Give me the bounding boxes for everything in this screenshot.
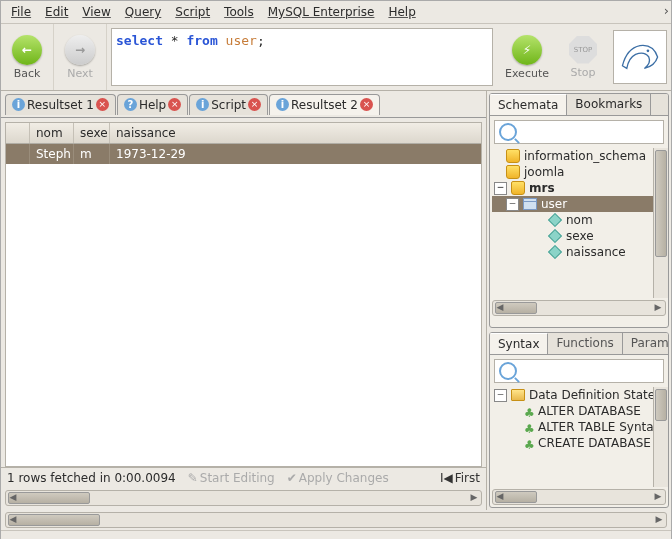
info-icon: i (12, 98, 25, 111)
back-button[interactable]: ← Back (1, 24, 54, 90)
back-arrow-icon: ← (12, 35, 42, 65)
tree-alter-table[interactable]: ♣ALTER TABLE Syntax (492, 419, 666, 435)
menu-file[interactable]: File (11, 5, 31, 19)
first-button[interactable]: I◀ First (440, 471, 480, 485)
horizontal-scrollbar[interactable]: ◀▶ (492, 489, 666, 505)
horizontal-scrollbar[interactable]: ◀▶ (492, 300, 666, 316)
cell-naissance[interactable]: 1973-12-29 (110, 144, 481, 164)
row-selector[interactable] (6, 144, 30, 164)
tree-dds-root[interactable]: −Data Definition Statements (492, 387, 666, 403)
tab-schemata[interactable]: Schemata (490, 94, 567, 115)
column-icon (548, 245, 562, 259)
stop-button[interactable]: STOP Stop (557, 36, 609, 79)
cell-sexe[interactable]: m (74, 144, 110, 164)
tab-bookmarks[interactable]: Bookmarks (567, 94, 651, 115)
scroll-right-icon[interactable]: ▶ (652, 513, 666, 525)
menu-view[interactable]: View (82, 5, 110, 19)
column-icon (548, 213, 562, 227)
table-row[interactable]: Steph m 1973-12-29 (6, 144, 481, 164)
close-icon[interactable]: × (360, 98, 373, 111)
tab-syntax[interactable]: Syntax (490, 333, 548, 354)
tree-db-mrs[interactable]: −mrs (492, 180, 666, 196)
col-header-nom[interactable]: nom (30, 123, 74, 143)
stop-icon: STOP (569, 36, 597, 64)
scrollbar-thumb[interactable] (8, 514, 100, 526)
menu-help[interactable]: Help (388, 5, 415, 19)
scroll-left-icon[interactable]: ◀ (493, 490, 507, 502)
tree-alter-database[interactable]: ♣ALTER DATABASE (492, 403, 666, 419)
grid-header: nom sexe naissance (6, 123, 481, 144)
database-icon (511, 181, 525, 195)
tree-db-joomla[interactable]: joomla (492, 164, 666, 180)
scrollbar-thumb[interactable] (8, 492, 90, 504)
syntax-tree[interactable]: −Data Definition Statements ♣ALTER DATAB… (490, 387, 668, 455)
result-grid[interactable]: nom sexe naissance Steph m 1973-12-29 (5, 122, 482, 467)
tab-resultset-1[interactable]: iResultset 1× (5, 94, 116, 115)
mysql-logo (613, 30, 667, 84)
close-icon[interactable]: × (248, 98, 261, 111)
vertical-scrollbar[interactable] (653, 387, 668, 487)
tree-db-information-schema[interactable]: information_schema (492, 148, 666, 164)
column-icon (548, 229, 562, 243)
collapse-icon[interactable]: − (494, 389, 507, 402)
tab-help[interactable]: ?Help× (117, 94, 188, 115)
vertical-scrollbar[interactable] (653, 148, 668, 298)
scroll-left-icon[interactable]: ◀ (6, 491, 20, 503)
tab-functions[interactable]: Functions (548, 333, 622, 354)
close-icon[interactable]: × (96, 98, 109, 111)
tree-create-database[interactable]: ♣CREATE DATABASE (492, 435, 666, 451)
tree-col-sexe[interactable]: sexe (492, 228, 666, 244)
table-icon (523, 198, 537, 210)
info-icon: i (196, 98, 209, 111)
scroll-right-icon[interactable]: ▶ (651, 490, 665, 502)
tree-col-nom[interactable]: nom (492, 212, 666, 228)
menu-query[interactable]: Query (125, 5, 161, 19)
row-selector-header[interactable] (6, 123, 30, 143)
grid-status-bar: 1 rows fetched in 0:00.0094 ✎ Start Edit… (1, 467, 486, 488)
syntax-icon: ♣ (524, 438, 534, 448)
scroll-left-icon[interactable]: ◀ (6, 513, 20, 525)
database-icon (506, 149, 520, 163)
syntax-search[interactable] (494, 359, 664, 383)
search-icon (499, 362, 517, 380)
menu-tools[interactable]: Tools (224, 5, 254, 19)
main-horizontal-scrollbar[interactable]: ◀▶ (5, 512, 667, 528)
result-tabs: iResultset 1× ?Help× iScript× iResultset… (1, 91, 486, 118)
tree-col-naissance[interactable]: naissance (492, 244, 666, 260)
tab-params[interactable]: Params (623, 333, 669, 354)
tab-script[interactable]: iScript× (189, 94, 268, 115)
execute-button[interactable]: ⚡ Execute (501, 35, 553, 80)
start-editing-button[interactable]: ✎ Start Editing (188, 471, 275, 485)
col-header-sexe[interactable]: sexe (74, 123, 110, 143)
schemata-tree[interactable]: information_schema joomla −mrs −user nom… (490, 148, 668, 264)
menu-mysql-enterprise[interactable]: MySQL Enterprise (268, 5, 375, 19)
horizontal-scrollbar[interactable]: ◀ ▶ (5, 490, 482, 506)
tree-table-user[interactable]: −user (492, 196, 666, 212)
sql-editor[interactable]: select * from user; (111, 28, 493, 86)
schemata-search[interactable] (494, 120, 664, 144)
database-icon (506, 165, 520, 179)
close-icon[interactable]: × (168, 98, 181, 111)
syntax-icon: ♣ (524, 406, 534, 416)
scroll-right-icon[interactable]: ▶ (651, 301, 665, 313)
next-button[interactable]: → Next (54, 24, 107, 90)
menu-script[interactable]: Script (175, 5, 210, 19)
search-icon (499, 123, 517, 141)
tab-resultset-2[interactable]: iResultset 2× (269, 94, 380, 115)
col-header-naissance[interactable]: naissance (110, 123, 481, 143)
scrollbar-thumb[interactable] (655, 389, 667, 421)
syntax-icon: ♣ (524, 422, 534, 432)
cell-nom[interactable]: Steph (30, 144, 74, 164)
lightning-icon: ⚡ (512, 35, 542, 65)
next-arrow-icon: → (65, 35, 95, 65)
apply-changes-button[interactable]: ✔ Apply Changes (287, 471, 389, 485)
scroll-left-icon[interactable]: ◀ (493, 301, 507, 313)
rows-fetched-label: 1 rows fetched in 0:00.0094 (7, 471, 176, 485)
info-icon: i (276, 98, 289, 111)
scrollbar-thumb[interactable] (655, 150, 667, 257)
collapse-icon[interactable]: − (494, 182, 507, 195)
scroll-right-icon[interactable]: ▶ (467, 491, 481, 503)
menu-edit[interactable]: Edit (45, 5, 68, 19)
folder-icon (511, 389, 525, 401)
collapse-icon[interactable]: − (506, 198, 519, 211)
